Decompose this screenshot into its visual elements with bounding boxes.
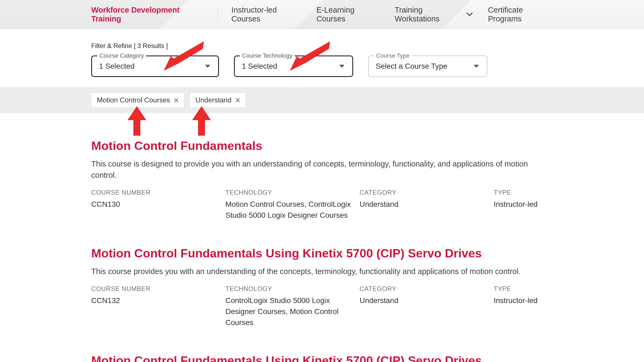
nav-item[interactable]: Certificate Programs [488, 6, 553, 23]
meta-value-number: CCN130 [91, 199, 225, 210]
nav-divider [218, 9, 218, 20]
filter-value: 1 Selected [242, 62, 277, 71]
meta-header-number: COURSE NUMBER [91, 189, 225, 196]
chip-label: Understand [195, 96, 231, 104]
course-description: This course provides you with an underst… [91, 266, 553, 277]
course-title: Motion Control Fundamentals [91, 139, 553, 153]
meta-value-type: Instructor-led [494, 199, 553, 210]
meta-value-technology: ControlLogix Studio 5000 Logix Designer … [225, 295, 360, 328]
filter-chip[interactable]: Motion Control Courses [91, 93, 184, 108]
caret-down-icon [338, 64, 345, 69]
nav-item-label: Training Workstations [395, 6, 463, 23]
filter-field: Course Category 1 Selected [91, 56, 219, 77]
meta-header-type: TYPE [494, 189, 553, 196]
meta-header-technology: TECHNOLOGY [225, 285, 360, 293]
meta-header-category: CATEGORY [360, 189, 494, 196]
filter-field: Course Technology 1 Selected [234, 56, 353, 77]
course-meta: COURSE NUMBER CCN132 TECHNOLOGY ControlL… [91, 285, 553, 328]
nav-item[interactable]: E-Learning Courses [316, 6, 380, 23]
filter-value: 1 Selected [99, 62, 134, 71]
filter-chip[interactable]: Understand [190, 93, 246, 108]
filter-label: Course Technology [240, 52, 295, 59]
caret-down-icon [204, 64, 211, 69]
caret-down-icon [473, 64, 480, 69]
meta-value-category: Understand [360, 199, 494, 210]
close-icon [235, 98, 240, 103]
meta-header-type: TYPE [494, 285, 553, 293]
top-nav: Workforce Development Training Instructo… [0, 0, 644, 29]
filter-header: Filter & Refine [ 3 Results ] [91, 42, 553, 50]
course-description: This course is designed to provide you w… [91, 158, 553, 181]
course-title-link[interactable]: Motion Control Fundamentals [91, 139, 262, 153]
filter-value: Select a Course Type [376, 62, 447, 71]
nav-item-label: E-Learning Courses [316, 6, 380, 23]
course-title-link[interactable]: Motion Control Fundamentals Using Kineti… [91, 354, 482, 362]
meta-value-number: CCN132 [91, 295, 225, 306]
filter-label: Course Type [374, 52, 412, 59]
meta-value-technology: Motion Control Courses, ControlLogix Stu… [225, 199, 360, 221]
course-result: Motion Control Fundamentals Using Kineti… [91, 354, 553, 362]
course-result: Motion Control Fundamentals This course … [91, 139, 553, 221]
course-title: Motion Control Fundamentals Using Kineti… [91, 246, 553, 260]
meta-header-technology: TECHNOLOGY [225, 189, 360, 196]
course-meta: COURSE NUMBER CCN130 TECHNOLOGY Motion C… [91, 189, 553, 221]
meta-header-category: CATEGORY [360, 285, 494, 293]
chevron-down-icon [466, 12, 473, 17]
nav-item-label: Instructor-led Courses [231, 6, 301, 23]
filter-field: Course Type Select a Course Type [368, 56, 487, 77]
filter-label: Course Category [97, 52, 146, 59]
nav-item[interactable]: Training Workstations [395, 6, 473, 23]
meta-value-category: Understand [360, 295, 494, 306]
close-icon [174, 98, 179, 103]
course-title: Motion Control Fundamentals Using Kineti… [91, 354, 553, 362]
active-filters-bar: Motion Control CoursesUnderstand [0, 87, 644, 113]
meta-value-type: Instructor-led [494, 295, 553, 306]
filter-row: Course Category 1 Selected Course Techno… [91, 56, 553, 77]
nav-item[interactable]: Instructor-led Courses [231, 6, 301, 23]
nav-item-label: Certificate Programs [488, 6, 553, 23]
course-title-link[interactable]: Motion Control Fundamentals Using Kineti… [91, 246, 482, 260]
nav-brand[interactable]: Workforce Development Training [91, 6, 201, 23]
course-result: Motion Control Fundamentals Using Kineti… [91, 246, 553, 328]
meta-header-number: COURSE NUMBER [91, 285, 225, 293]
chip-label: Motion Control Courses [97, 96, 170, 104]
